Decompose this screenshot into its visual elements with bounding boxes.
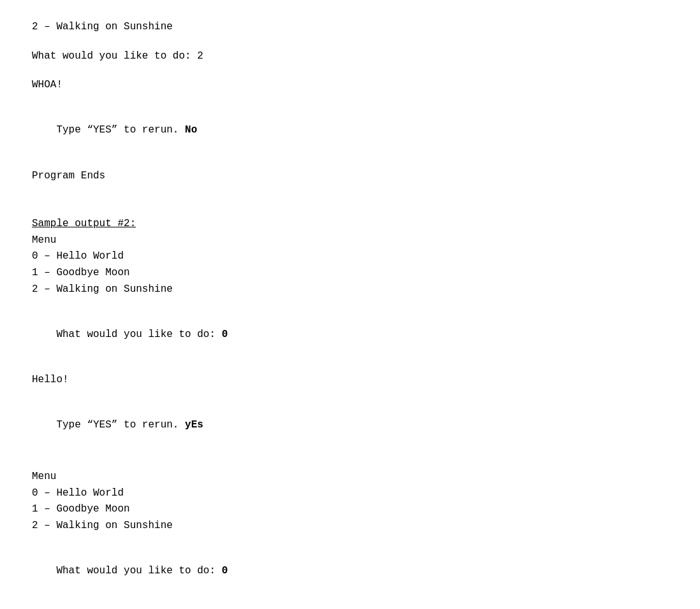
line-whoa: WHOA! — [32, 77, 668, 94]
menu-item-0-3: 0 – Hello World — [32, 485, 668, 502]
line-what-would-2: What would you like to do: 0 — [32, 310, 668, 359]
rerun-prefix-1: Type “YES” to rerun. — [56, 124, 185, 136]
menu-item-1-3: 1 – Goodbye Moon — [32, 501, 668, 518]
prompt-prefix-2: What would you like to do: — [56, 329, 221, 340]
line-type-yes-1: Type “YES” to rerun. No — [32, 106, 668, 155]
prompt-response-3: 0 — [222, 565, 228, 577]
sample-output-2-header: Sample output #2: — [32, 216, 668, 233]
menu-item-2-3: 2 – Walking on Sunshine — [32, 518, 668, 534]
menu-item-0-2: 0 – Hello World — [32, 248, 668, 265]
prompt-response-2: 0 — [222, 329, 228, 340]
menu-item-1-2: 1 – Goodbye Moon — [32, 265, 668, 282]
menu-label-2: Menu — [32, 233, 668, 249]
rerun-prefix-2: Type “YES” to rerun. — [56, 419, 185, 431]
line-program-ends-1: Program Ends — [32, 168, 668, 185]
rerun-response-2: yEs — [185, 419, 203, 431]
menu-label-3: Menu — [32, 469, 668, 485]
menu-item-2-2: 2 – Walking on Sunshine — [32, 282, 668, 298]
line-what-would-1: What would you like to do: 2 — [32, 48, 668, 65]
main-content: 2 – Walking on Sunshine What would you l… — [32, 19, 668, 609]
line-what-would-3: What would you like to do: 0 — [32, 547, 668, 596]
line-type-yes-2: Type “YES” to rerun. yEs — [32, 401, 668, 450]
line-walking-sunshine-1: 2 – Walking on Sunshine — [32, 19, 668, 36]
line-hello-2: Hello! — [32, 372, 668, 389]
prompt-prefix-3: What would you like to do: — [56, 565, 221, 577]
rerun-response-1: No — [185, 124, 197, 136]
